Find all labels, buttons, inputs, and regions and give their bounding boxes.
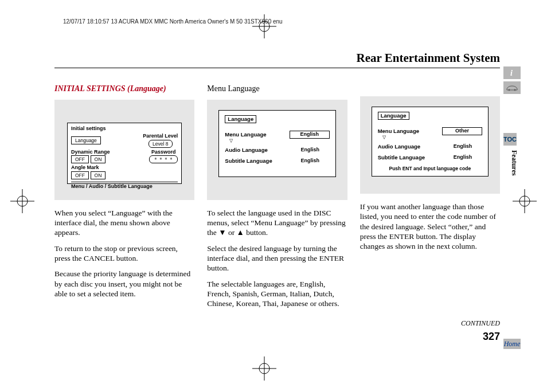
svg-text:i: i [510, 69, 513, 77]
page-title: Rear Entertainment System [357, 51, 500, 65]
col1-heading: INITIAL SETTINGS (Language) [54, 84, 194, 94]
col2-figure: Language Menu Language English ▽ Audio L… [207, 100, 347, 200]
password-label: Password [151, 149, 176, 155]
col3-spacer [360, 84, 500, 96]
sub-lang-label: Subtitle Language [225, 158, 272, 164]
language-option: Language [71, 136, 101, 144]
menu-header: Language [225, 115, 256, 123]
info-icon: i [509, 69, 515, 77]
column-2: Menu Language Language Menu Language Eng… [207, 84, 347, 314]
initial-settings-screen: Initial settings Language Parental Level… [67, 123, 182, 184]
continued-label: CONTINUED [461, 319, 500, 328]
language-other-screen: Language Menu Language Other ▽ Audio Lan… [372, 107, 489, 177]
registration-mark-top [252, 14, 276, 38]
parental-label: Parental Level [143, 133, 178, 139]
sub-lang-value: English [291, 158, 330, 164]
language-screen: Language Menu Language English ▽ Audio L… [218, 110, 335, 177]
svg-point-13 [509, 89, 510, 91]
col2-p3: The selectable languages are, English, F… [207, 279, 347, 309]
audio-lang-value: English [291, 147, 330, 154]
home-tab[interactable]: Home [503, 339, 521, 349]
column-3: Language Menu Language Other ▽ Audio Lan… [360, 84, 500, 314]
side-tabs: i TOC Home [503, 66, 521, 96]
anglemark-off: OFF [71, 171, 89, 179]
svg-point-14 [514, 89, 516, 91]
col1-p1: When you select “Language” with the inte… [54, 208, 194, 238]
registration-mark-bottom [252, 356, 276, 381]
col1-p3: Because the priority language is determi… [54, 269, 194, 299]
dynrange-on: ON [91, 155, 106, 163]
menu-lang-value: English [290, 131, 330, 139]
down-triangle-icon: ▼ [218, 228, 226, 237]
sub-lang-label-3: Subtitle Language [378, 154, 425, 161]
menu-lang-label-3: Menu Language [378, 128, 419, 135]
registration-mark-left [10, 189, 34, 213]
up-triangle-icon: ▲ [237, 228, 244, 237]
section-tab-features[interactable]: Features [510, 150, 518, 175]
chevron-icon-3: ▽ [382, 136, 482, 139]
menu-lang-label: Menu Language [225, 131, 266, 138]
menu-header-3: Language [378, 112, 409, 120]
col3-figure: Language Menu Language Other ▽ Audio Lan… [360, 96, 500, 194]
screen-footer: Menu / Audio / Subtitle Language [71, 182, 178, 190]
car-tab[interactable] [503, 81, 521, 94]
info-tab[interactable]: i [503, 66, 521, 79]
anglemark-label: Angle Mark [71, 164, 99, 170]
sub-lang-value-3: English [443, 154, 482, 161]
col2-p1: To select the language used in the DISC … [207, 208, 347, 238]
parental-value: Level 8 [149, 140, 172, 148]
dynrange-label: Dynamic Range [71, 149, 110, 155]
column-1: INITIAL SETTINGS (Language) Initial sett… [54, 84, 194, 314]
screen-footer-3: Push ENT and Input language code [378, 166, 482, 172]
col3-p1: If you want another language than those … [360, 202, 500, 251]
title-rule [54, 68, 500, 68]
col1-figure: Initial settings Language Parental Level… [54, 100, 194, 200]
audio-lang-value-3: English [443, 143, 482, 150]
password-value: ＊＊＊＊ [149, 155, 178, 163]
audio-lang-label: Audio Language [225, 147, 267, 154]
col2-heading: Menu Language [207, 84, 347, 94]
col1-p2: To return to the stop or previous screen… [54, 244, 194, 264]
registration-mark-right [513, 189, 537, 213]
screen-title: Initial settings [71, 126, 178, 132]
doc-header: 12/07/17 18:10:57 13 ACURA MDX MMC North… [63, 18, 283, 25]
anglemark-on: ON [91, 171, 106, 179]
chevron-icon: ▽ [229, 139, 329, 143]
menu-lang-value-3: Other [442, 127, 482, 135]
col2-p2: Select the desired language by turning t… [207, 244, 347, 273]
toc-tab[interactable]: TOC [503, 133, 517, 146]
car-icon [506, 84, 518, 91]
page-number: 327 [483, 331, 500, 343]
audio-lang-label-3: Audio Language [378, 143, 420, 150]
dynrange-off: OFF [71, 155, 89, 163]
